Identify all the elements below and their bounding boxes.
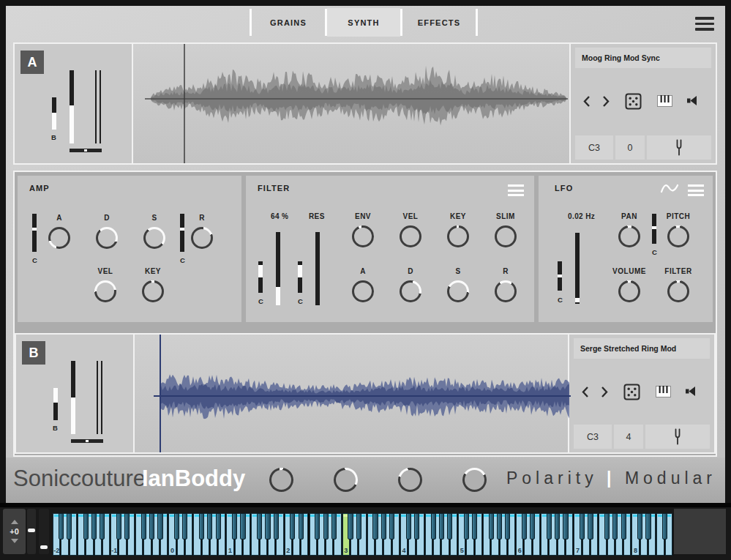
piano-key-black[interactable] [356,513,361,540]
piano-key-black[interactable] [207,513,212,540]
tab-synth[interactable]: SYNTH [327,8,400,37]
keyboard-map-piano-icon[interactable] [656,386,671,400]
layer-b-root-key[interactable]: C3 [574,425,612,449]
piano-key-black[interactable] [157,513,162,540]
piano-key-black[interactable] [406,513,411,540]
piano-key-black[interactable] [530,513,535,540]
piano-key-black[interactable] [124,513,130,540]
piano-key-black[interactable] [182,513,187,540]
filter-res-c-slider[interactable] [298,261,302,293]
piano-key-black[interactable] [100,513,105,540]
piano-key-black[interactable] [372,513,378,540]
piano-key-black[interactable] [645,513,651,540]
piano-key-black[interactable] [472,513,477,540]
piano-key-black[interactable] [331,513,337,540]
piano-key-black[interactable] [149,513,154,540]
keyboard-map-piano-icon[interactable] [657,95,672,110]
macro-knob-2[interactable] [334,468,358,492]
layer-b-pan-slider[interactable] [71,439,103,443]
piano-key-black[interactable] [580,513,585,540]
amp-velocity-knob[interactable]: VEL [89,267,121,302]
layer-a-tune-offset[interactable]: 0 [615,135,645,160]
layer-b-aux-slider[interactable] [97,361,98,434]
audition-speaker-icon[interactable] [686,94,701,110]
piano-key-black[interactable] [497,513,502,540]
amp-attack-knob[interactable]: A [43,214,75,249]
transpose-up-arrow-icon[interactable] [11,520,18,524]
lfo-rate-c-slider[interactable] [558,261,562,291]
piano-key-black[interactable] [621,513,626,540]
piano-key-black[interactable] [257,513,262,540]
piano-key-black[interactable] [381,513,386,540]
scrollbar-handle[interactable] [28,529,35,532]
piano-key-black[interactable] [116,513,121,540]
piano-key-black[interactable] [83,513,89,540]
piano-key-black[interactable] [662,513,667,540]
prev-sample-chevron-left-icon[interactable] [582,95,591,111]
piano-key-black[interactable] [240,513,245,540]
piano-key-black[interactable] [274,513,279,540]
layer-b-waveform[interactable] [135,335,571,452]
layer-a-sample-name[interactable]: Moog Ring Mod Sync [575,48,711,68]
filter-sustain-knob[interactable]: S [442,267,474,302]
filter-slim-knob[interactable]: SLIM [490,212,522,247]
filter-cutoff-slider[interactable] [276,232,280,305]
layer-a-aux-slider[interactable] [100,70,101,143]
piano-key-black[interactable] [464,513,469,540]
layer-a-waveform[interactable] [133,44,569,163]
piano-key-black[interactable] [447,513,452,540]
macro-knob-4[interactable] [462,468,487,492]
piano-key-black[interactable] [299,513,304,540]
filter-attack-knob[interactable]: A [347,267,379,302]
amp-release-knob[interactable]: R [186,214,218,249]
piano-key-black[interactable] [67,513,72,540]
macro-knob-3[interactable] [398,468,422,492]
piano-key-black[interactable] [505,513,510,540]
piano-key-black[interactable] [216,513,221,540]
layer-b-blend-mini-slider[interactable] [53,388,58,420]
lfo-sine-wave-icon[interactable] [660,183,679,197]
filter-keytrack-knob[interactable]: KEY [442,212,474,247]
filter-cutoff-c-slider[interactable] [258,261,263,293]
layer-b-tune-offset[interactable]: 4 [614,425,643,449]
amp-decay-knob[interactable]: D [91,214,123,249]
piano-key-black[interactable] [348,513,353,540]
transpose-down-arrow-icon[interactable] [11,539,18,543]
piano-key-black[interactable] [612,513,618,540]
filter-release-knob[interactable]: R [490,267,522,302]
piano-key-black[interactable] [588,513,593,540]
lfo-volume-knob[interactable]: VOLUME [613,267,645,302]
piano-key-black[interactable] [547,513,552,540]
amp-sustain-knob[interactable]: S [138,214,170,249]
lfo-pitch-knob[interactable]: PITCH [662,212,694,247]
keyboard-hscroll-scrollbar[interactable] [39,509,49,554]
piano-key-black[interactable] [604,513,610,540]
piano-key-black[interactable] [290,513,295,540]
prev-sample-chevron-left-icon[interactable] [581,386,590,401]
piano-key-black[interactable] [265,513,270,540]
piano-key-black[interactable] [141,513,146,540]
piano-key-black[interactable] [563,513,568,540]
layer-b-sample-name[interactable]: Serge Stretched Ring Mod [574,338,710,359]
random-sample-dice-icon[interactable] [625,93,642,113]
layer-b-level-slider[interactable] [71,361,75,434]
main-menu-hamburger-icon[interactable] [695,17,714,34]
tab-effects[interactable]: EFFECTS [402,8,476,37]
keyboard-vzoom-scrollbar[interactable] [27,509,36,554]
piano-key-black[interactable] [439,513,444,540]
piano-key-black[interactable] [91,513,97,540]
lfo-rate-slider[interactable] [575,233,580,304]
lfo-pan-knob[interactable]: PAN [613,212,645,247]
lfo-pitch-c-slider[interactable] [652,214,656,244]
piano-key-black[interactable] [414,513,419,540]
piano-key-black[interactable] [59,513,64,540]
macro-knob-1[interactable] [269,468,293,492]
layer-b-tune-cell[interactable] [645,425,710,449]
piano-key-black[interactable] [555,513,560,540]
filter-velocity-knob[interactable]: VEL [394,212,427,247]
piano-key-black[interactable] [315,513,320,540]
piano-key-black[interactable] [174,513,179,540]
piano-key-black[interactable] [431,513,436,540]
layer-a-root-key[interactable]: C3 [575,135,613,160]
audition-speaker-icon[interactable] [685,385,700,400]
